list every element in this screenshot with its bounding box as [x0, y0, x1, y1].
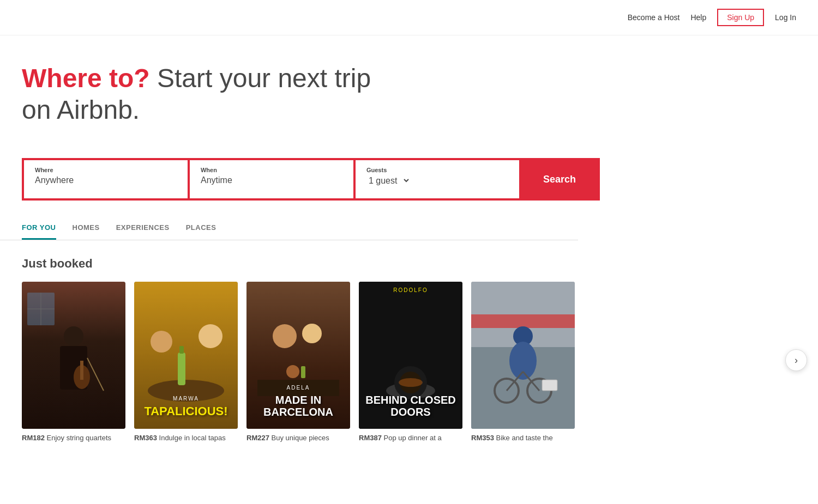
card-price-2: RM363	[134, 434, 157, 442]
list-item[interactable]: RODOLFO BEHIND CLOSED DOORS RM387 Pop up…	[359, 282, 462, 443]
search-bar: Where Anywhere When Anytime Guests 1 gue…	[22, 158, 600, 201]
hero-title-red: Where to?	[22, 64, 150, 93]
guests-select[interactable]: 1 guest 2 guests 3 guests 4 guests	[366, 175, 411, 186]
card-image-5	[471, 282, 575, 429]
svg-point-18	[286, 365, 299, 378]
list-item[interactable]: RM182 Enjoy string quartets	[22, 282, 125, 443]
search-button[interactable]: Search	[521, 160, 598, 198]
svg-rect-6	[80, 361, 83, 380]
svg-point-3	[64, 326, 83, 346]
where-label: Where	[35, 167, 177, 173]
search-button-wrap: Search	[520, 159, 599, 199]
help-link[interactable]: Help	[690, 13, 706, 22]
where-value: Anywhere	[35, 175, 177, 185]
card-center-text-4: BEHIND CLOSED DOORS	[359, 394, 462, 418]
guests-label: Guests	[366, 167, 508, 173]
card-desc-2: Indulge in local tapas	[159, 434, 226, 442]
card-desc-4: Pop up dinner at a	[384, 434, 442, 442]
cards-row: RM182 Enjoy string quartets	[22, 282, 796, 443]
where-field[interactable]: Where Anywhere	[23, 159, 189, 199]
when-value: Anytime	[201, 175, 342, 185]
become-host-link[interactable]: Become a Host	[628, 13, 680, 22]
card-caption-4: RM387 Pop up dinner at a	[359, 433, 462, 443]
card-center-text-2: MARWA TAPALICIOUS!	[134, 396, 238, 418]
list-item[interactable]: ADELA MADE IN BARCELONA RM227 Buy unique…	[246, 282, 350, 443]
svg-point-16	[302, 324, 322, 343]
card-desc-5: Bike and taste the	[496, 434, 553, 442]
card-price-1: RM182	[22, 434, 45, 442]
section-title: Just booked	[22, 257, 796, 271]
svg-rect-11	[179, 346, 184, 354]
card-price-3: RM227	[246, 434, 269, 442]
svg-point-15	[273, 324, 297, 348]
card-price-5: RM353	[471, 434, 494, 442]
svg-point-24	[399, 378, 423, 387]
when-label: When	[201, 167, 342, 173]
svg-point-30	[509, 342, 537, 380]
next-arrow-button[interactable]: ›	[785, 349, 807, 371]
hero-title: Where to? Start your next tripon Airbnb.	[22, 63, 796, 125]
svg-rect-10	[178, 353, 185, 385]
card-caption-2: RM363 Indulge in local tapas	[134, 433, 238, 443]
just-booked-section: Just booked	[0, 240, 818, 459]
guests-field[interactable]: Guests 1 guest 2 guests 3 guests 4 guest…	[354, 159, 520, 199]
header-nav: Become a Host Help Sign Up Log In	[628, 9, 796, 26]
card-image-1	[22, 282, 125, 429]
card-caption-3: RM227 Buy unique pieces	[246, 433, 350, 443]
tab-places[interactable]: PLACES	[186, 217, 216, 240]
card-image-2: MARWA TAPALICIOUS!	[134, 282, 238, 429]
list-item[interactable]: RM353 Bike and taste the	[471, 282, 575, 443]
svg-rect-19	[301, 366, 305, 378]
signup-button[interactable]: Sign Up	[717, 9, 764, 26]
card-price-4: RM387	[359, 434, 382, 442]
header: Become a Host Help Sign Up Log In	[0, 0, 818, 35]
svg-rect-35	[542, 380, 557, 391]
card-image-3: ADELA MADE IN BARCELONA	[246, 282, 350, 429]
when-field[interactable]: When Anytime	[189, 159, 354, 199]
tab-for-you[interactable]: FOR YOU	[22, 217, 56, 240]
tabs: FOR YOU HOMES EXPERIENCES PLACES	[0, 217, 578, 240]
list-item[interactable]: MARWA TAPALICIOUS! RM363 Indulge in loca…	[134, 282, 238, 443]
card-center-text-3: ADELA MADE IN BARCELONA	[246, 385, 350, 418]
svg-point-12	[151, 331, 172, 353]
card-caption-5: RM353 Bike and taste the	[471, 433, 575, 443]
login-link[interactable]: Log In	[775, 13, 796, 22]
card-image-4: RODOLFO BEHIND CLOSED DOORS	[359, 282, 462, 429]
hero-section: Where to? Start your next tripon Airbnb.	[0, 35, 818, 142]
tab-experiences[interactable]: EXPERIENCES	[116, 217, 170, 240]
svg-point-13	[199, 324, 222, 348]
card-desc-3: Buy unique pieces	[272, 434, 329, 442]
guests-selector[interactable]: 1 guest 2 guests 3 guests 4 guests	[366, 175, 508, 186]
card-caption-1: RM182 Enjoy string quartets	[22, 433, 125, 443]
tab-homes[interactable]: HOMES	[73, 217, 100, 240]
svg-rect-28	[471, 314, 575, 328]
card-desc-1: Enjoy string quartets	[47, 434, 112, 442]
